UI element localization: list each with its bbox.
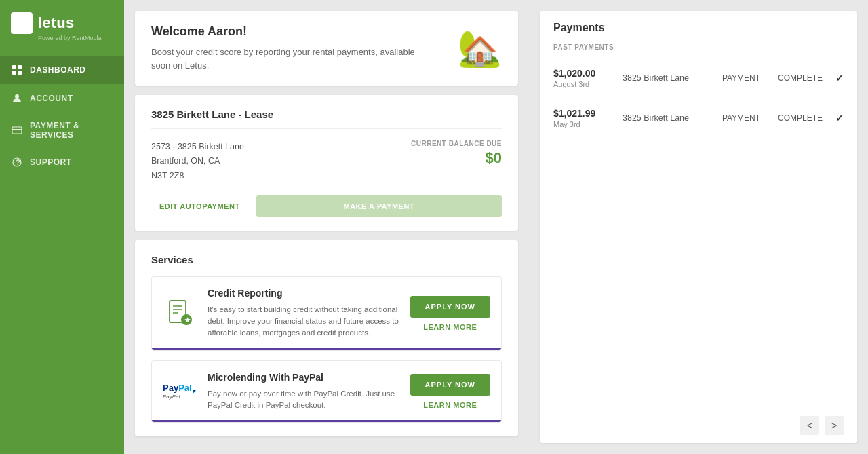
paypal-icon: PayPal PayPal bbox=[163, 375, 197, 409]
payment-date-1: August 3rd bbox=[553, 80, 614, 88]
service-item-credit-reporting: ★ Credit Reporting It's easy to start bu… bbox=[151, 276, 502, 351]
payment-amount-2: $1,021.99 bbox=[553, 108, 614, 119]
credit-reporting-icon: ★ bbox=[163, 297, 197, 330]
service-microlending-actions: APPLY NOW LEARN MORE bbox=[410, 374, 490, 409]
logo-sub: Powered by RentMoola bbox=[38, 35, 113, 41]
svg-rect-1 bbox=[22, 17, 28, 22]
payment-address-2: 3825 Birkett Lane bbox=[623, 113, 709, 123]
welcome-card: Welcome Aaron! Boost your credit score b… bbox=[135, 11, 518, 86]
payment-status-2: COMPLETE bbox=[773, 113, 827, 123]
service-microlending-desc: Pay now or pay over time with PayPal Cre… bbox=[208, 388, 399, 412]
payment-type-1: PAYMENT bbox=[717, 73, 765, 83]
sidebar-item-payment-services[interactable]: PAYMENT & SERVICES bbox=[0, 113, 124, 148]
service-microlending-name: Microlending With PayPal bbox=[208, 372, 399, 383]
payment-status-1: COMPLETE bbox=[773, 73, 827, 83]
sidebar-item-label: DASHBOARD bbox=[30, 65, 86, 75]
address-line2: Brantford, ON, CA bbox=[151, 154, 244, 168]
service-bottom-bar bbox=[152, 348, 501, 350]
account-icon bbox=[11, 92, 23, 105]
make-payment-button[interactable]: MAKE A PAYMENT bbox=[256, 195, 502, 217]
logo-text: letus bbox=[38, 14, 75, 32]
payments-card: Payments PAST PAYMENTS $1,020.00 August … bbox=[540, 11, 857, 443]
service-item-microlending: PayPal PayPal Microlending With PayPal P… bbox=[151, 360, 502, 423]
payment-check-2: ✓ bbox=[835, 113, 844, 124]
credit-reporting-learn-button[interactable]: LEARN MORE bbox=[423, 323, 477, 331]
payments-title: Payments bbox=[553, 22, 844, 34]
services-card: Services ★ Credit Reporting It's easy to… bbox=[135, 240, 518, 436]
lease-address: 2573 - 3825 Birkett Lane Brantford, ON, … bbox=[151, 140, 244, 183]
sidebar-item-support[interactable]: ? SUPPORT bbox=[0, 148, 124, 176]
payment-type-2: PAYMENT bbox=[717, 113, 765, 123]
payment-amount-date-1: $1,020.00 August 3rd bbox=[553, 68, 614, 88]
svg-rect-4 bbox=[12, 65, 16, 69]
services-title: Services bbox=[151, 254, 502, 265]
payments-empty-space bbox=[540, 138, 857, 408]
welcome-title: Welcome Aaron! bbox=[151, 24, 436, 39]
svg-point-8 bbox=[15, 94, 19, 98]
svg-text:★: ★ bbox=[184, 316, 191, 324]
logo-icon bbox=[11, 12, 33, 34]
service-credit-reporting-name: Credit Reporting bbox=[208, 288, 399, 299]
payment-amount-date-2: $1,021.99 May 3rd bbox=[553, 108, 614, 128]
sidebar-item-label: ACCOUNT bbox=[30, 94, 73, 103]
balance-section: CURRENT BALANCE DUE $0 bbox=[411, 140, 502, 167]
sidebar-item-label: SUPPORT bbox=[30, 157, 72, 167]
lease-title: 3825 Birkett Lane - Lease bbox=[151, 109, 502, 129]
service-bottom-bar-2 bbox=[152, 420, 501, 422]
welcome-message: Boost your credit score by reporting you… bbox=[151, 45, 436, 72]
sidebar-item-dashboard[interactable]: DASHBOARD bbox=[0, 56, 124, 84]
svg-rect-5 bbox=[18, 65, 22, 69]
right-panel: Payments PAST PAYMENTS $1,020.00 August … bbox=[529, 0, 868, 454]
service-credit-reporting-actions: APPLY NOW LEARN MORE bbox=[410, 296, 490, 331]
payment-amount-1: $1,020.00 bbox=[553, 68, 614, 79]
past-payments-label: PAST PAYMENTS bbox=[553, 43, 844, 51]
payments-next-button[interactable]: > bbox=[825, 416, 844, 435]
svg-rect-3 bbox=[22, 24, 28, 29]
edit-autopayment-button[interactable]: EDIT AUTOPAYMENT bbox=[151, 197, 248, 216]
service-credit-reporting-info: Credit Reporting It's easy to start buil… bbox=[208, 288, 399, 339]
svg-text:?: ? bbox=[16, 159, 21, 166]
payment-address-1: 3825 Birkett Lane bbox=[623, 73, 709, 83]
payments-prev-button[interactable]: < bbox=[800, 416, 819, 435]
payment-date-2: May 3rd bbox=[553, 120, 614, 128]
support-icon: ? bbox=[11, 156, 23, 168]
balance-label: CURRENT BALANCE DUE bbox=[411, 140, 502, 147]
payment-check-1: ✓ bbox=[835, 73, 844, 83]
payment-row: $1,020.00 August 3rd 3825 Birkett Lane P… bbox=[540, 58, 857, 98]
address-line1: 2573 - 3825 Birkett Lane bbox=[151, 140, 244, 154]
address-line3: N3T 2Z8 bbox=[151, 169, 244, 183]
main-content: Welcome Aaron! Boost your credit score b… bbox=[124, 0, 529, 454]
svg-rect-0 bbox=[16, 17, 21, 22]
sidebar-item-label: PAYMENT & SERVICES bbox=[30, 121, 113, 140]
payments-footer: < > bbox=[540, 408, 857, 443]
payment-icon bbox=[11, 124, 23, 136]
microlending-learn-button[interactable]: LEARN MORE bbox=[423, 401, 477, 409]
svg-rect-7 bbox=[18, 71, 22, 75]
microlending-apply-button[interactable]: APPLY NOW bbox=[410, 374, 490, 396]
sidebar-item-account[interactable]: ACCOUNT bbox=[0, 84, 124, 113]
service-microlending-info: Microlending With PayPal Pay now or pay … bbox=[208, 372, 399, 412]
sidebar: letus Powered by RentMoola DASHBOARD bbox=[0, 0, 124, 454]
payment-row-2: $1,021.99 May 3rd 3825 Birkett Lane PAYM… bbox=[540, 98, 857, 138]
sidebar-nav: DASHBOARD ACCOUNT PAYMENT & SERVICES bbox=[0, 56, 124, 176]
dashboard-icon bbox=[11, 64, 23, 76]
lease-card: 3825 Birkett Lane - Lease 2573 - 3825 Bi… bbox=[135, 95, 518, 231]
svg-rect-10 bbox=[12, 129, 22, 130]
credit-reporting-apply-button[interactable]: APPLY NOW bbox=[410, 296, 490, 318]
balance-amount: $0 bbox=[411, 149, 502, 167]
sidebar-logo: letus Powered by RentMoola bbox=[0, 0, 124, 50]
service-credit-reporting-desc: It's easy to start building credit witho… bbox=[208, 304, 399, 339]
svg-rect-2 bbox=[16, 24, 21, 29]
house-icon: 🏡 bbox=[458, 28, 502, 69]
payments-header: Payments PAST PAYMENTS bbox=[540, 11, 857, 58]
svg-rect-6 bbox=[12, 71, 16, 75]
